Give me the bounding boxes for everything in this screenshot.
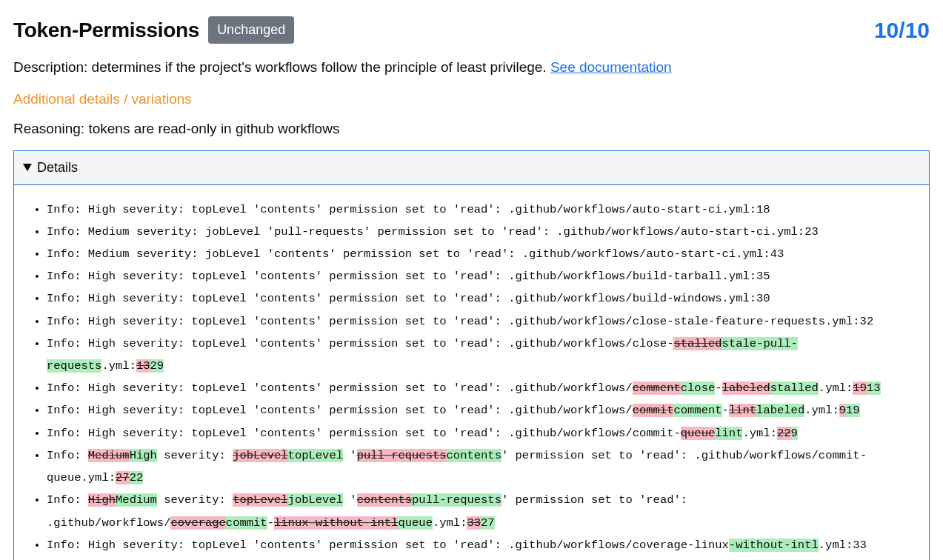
diff-added: commit xyxy=(226,516,267,530)
list-item: Info: HighMedium severity: topLeveljobLe… xyxy=(47,489,913,533)
list-item: Info: Medium severity: jobLevel 'pull-re… xyxy=(47,221,913,243)
text-segment: Info: High severity: topLevel 'contents'… xyxy=(47,539,729,552)
text-segment: severity: xyxy=(157,449,233,462)
reasoning-text: Reasoning: tokens are read-only in githu… xyxy=(13,119,930,140)
text-segment: - xyxy=(715,381,722,395)
list-item: Info: High severity: topLevel 'contents'… xyxy=(47,399,913,421)
text-segment: Info: High severity: topLevel 'contents'… xyxy=(47,337,673,350)
title-group: Token-Permissions Unchanged xyxy=(13,15,294,46)
header-row: Token-Permissions Unchanged 10/10 xyxy=(13,13,930,47)
diff-added: Medium xyxy=(116,493,157,507)
diff-removed: linux-without-intl xyxy=(274,516,398,530)
diff-removed: commit xyxy=(633,404,674,417)
text-segment: Info: Medium severity: jobLevel 'content… xyxy=(47,247,784,261)
list-item: Info: High severity: topLevel 'contents'… xyxy=(47,310,913,333)
diff-removed: stalled xyxy=(673,337,722,350)
text-segment: Info: High severity: topLevel 'contents'… xyxy=(47,203,770,216)
documentation-link[interactable]: See documentation xyxy=(550,59,672,75)
diff-added: -without-intl xyxy=(729,539,819,552)
diff-removed: jobLevel xyxy=(233,449,287,462)
diff-removed: 22 xyxy=(777,427,791,440)
diff-added: 27 xyxy=(481,516,495,530)
text-segment: Info: High severity: topLevel 'contents'… xyxy=(47,427,681,440)
diff-added: topLevel xyxy=(288,449,343,462)
list-item: Info: High severity: topLevel 'contents'… xyxy=(47,534,913,556)
diff-removed: topLevel xyxy=(233,493,287,507)
list-item: Info: High severity: topLevel 'contents'… xyxy=(47,422,913,444)
diff-removed: 33 xyxy=(467,516,481,530)
list-item: Info: High severity: topLevel 'contents'… xyxy=(47,377,913,399)
page-title: Token-Permissions xyxy=(13,15,199,46)
diff-added: comment xyxy=(673,404,722,417)
text-segment: Info: High severity: topLevel 'contents'… xyxy=(47,404,633,417)
diff-added: jobLevel xyxy=(288,493,343,507)
diff-added: 29 xyxy=(150,359,164,373)
text-segment: Info: xyxy=(47,493,88,507)
text-segment: - xyxy=(267,516,274,530)
list-item: Info: Medium severity: jobLevel 'content… xyxy=(47,243,913,265)
details-body: Info: High severity: topLevel 'contents'… xyxy=(14,185,929,561)
description-line: Description: determines if the project's… xyxy=(13,57,930,79)
diff-added: 19 xyxy=(846,404,860,417)
text-segment: ' xyxy=(343,493,357,507)
diff-added: lint xyxy=(715,427,742,440)
text-segment: .yml:33 xyxy=(819,539,867,552)
list-item: Info: High severity: topLevel 'contents'… xyxy=(47,287,913,310)
text-segment: severity: xyxy=(157,493,233,507)
diff-added: contents xyxy=(447,449,502,462)
list-item: Info: MediumHigh severity: jobLeveltopLe… xyxy=(47,444,913,489)
diff-removed: 13 xyxy=(136,359,150,373)
diff-removed: Medium xyxy=(88,449,130,462)
text-segment: Info: High severity: topLevel 'contents'… xyxy=(47,381,633,395)
details-summary[interactable]: Details xyxy=(14,151,929,185)
text-segment: Info: Medium severity: jobLevel 'pull-re… xyxy=(47,225,819,239)
diff-removed: High xyxy=(88,493,116,507)
diff-added: 22 xyxy=(130,471,144,484)
diff-added: stalled xyxy=(770,381,819,395)
text-segment: .yml: xyxy=(742,427,777,440)
list-item: Info: High severity: topLevel 'contents'… xyxy=(47,199,913,221)
text-segment: Info: High severity: topLevel 'contents'… xyxy=(47,292,770,305)
diff-added: queue xyxy=(398,516,433,530)
diff-added: 13 xyxy=(867,381,881,395)
text-segment: .yml: xyxy=(101,359,136,373)
score-value: 10/10 xyxy=(874,13,930,47)
diff-added: close xyxy=(681,381,716,395)
text-segment: Info: xyxy=(47,449,88,462)
text-segment: - xyxy=(722,404,729,417)
list-item: Info: High severity: topLevel 'contents'… xyxy=(47,265,913,287)
diff-removed: queue xyxy=(681,427,716,440)
findings-list: Info: High severity: topLevel 'contents'… xyxy=(30,199,913,561)
diff-removed: labeled xyxy=(722,381,770,395)
diff-removed: comment xyxy=(633,381,681,395)
status-badge: Unchanged xyxy=(208,16,294,44)
diff-removed: coverage xyxy=(170,516,225,530)
diff-removed: 9 xyxy=(839,404,846,417)
description-text: Description: determines if the project's… xyxy=(13,59,550,75)
diff-removed: lint xyxy=(729,404,756,417)
text-segment: .yml: xyxy=(819,381,853,395)
diff-added: 9 xyxy=(791,427,798,440)
diff-removed: 19 xyxy=(853,381,867,395)
text-segment: Info: High severity: topLevel 'contents'… xyxy=(47,315,873,328)
diff-removed: 27 xyxy=(116,471,130,484)
diff-added: High xyxy=(130,449,157,462)
diff-added: pull-requests xyxy=(412,493,502,507)
diff-added: labeled xyxy=(756,404,804,417)
list-item: Info: High severity: topLevel 'contents'… xyxy=(47,333,913,377)
diff-removed: pull-requests xyxy=(357,449,447,462)
text-segment: Info: High severity: topLevel 'contents'… xyxy=(47,270,770,283)
details-panel[interactable]: Details Info: High severity: topLevel 'c… xyxy=(13,150,930,561)
text-segment: .yml: xyxy=(433,516,467,530)
diff-removed: contents xyxy=(357,493,412,507)
list-item: Info: High severity: topLevel 'contents'… xyxy=(47,556,913,560)
text-segment: ' xyxy=(343,449,357,462)
text-segment: .yml: xyxy=(804,404,839,417)
additional-details-heading: Additional details / variations xyxy=(13,89,930,110)
